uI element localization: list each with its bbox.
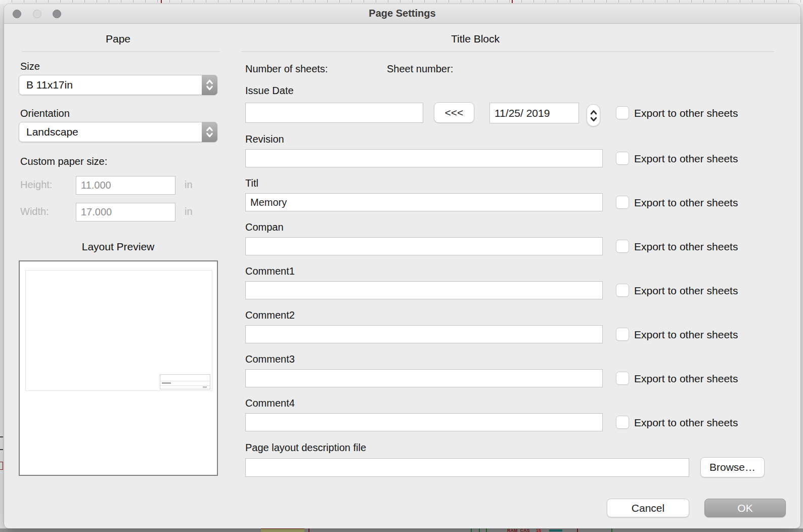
- comment2-label: Comment2: [245, 309, 295, 321]
- export-label: Export to other sheets: [634, 107, 738, 119]
- export-label: Export to other sheets: [634, 329, 738, 341]
- window-title: Page Settings: [4, 8, 800, 19]
- export-label: Export to other sheets: [634, 197, 738, 209]
- background-left-strip: [0, 4, 4, 528]
- export-checkbox[interactable]: [616, 284, 629, 297]
- page-layout-file-label: Page layout description file: [245, 442, 366, 454]
- export-label: Export to other sheets: [634, 373, 738, 385]
- field-row: Compan Export to other sheets: [241, 221, 792, 262]
- pin-number: 15: [536, 528, 541, 532]
- height-input: [76, 176, 175, 195]
- height-unit-label: in: [185, 179, 193, 191]
- paper-section-heading: Pape: [19, 33, 217, 45]
- export-checkbox[interactable]: [616, 152, 629, 165]
- preview-sheet: [25, 270, 212, 391]
- export-checkbox[interactable]: [616, 106, 629, 119]
- schematic-pin: [577, 528, 578, 532]
- cancel-button[interactable]: Cancel: [607, 499, 689, 517]
- schematic-pin: [308, 528, 309, 532]
- page-settings-dialog: Page Settings Pape Size B 11x17in Orient…: [4, 4, 800, 528]
- comment4-input[interactable]: [245, 413, 603, 431]
- ok-button[interactable]: OK: [704, 499, 786, 517]
- copy-date-button[interactable]: <<<: [434, 102, 474, 123]
- export-checkbox[interactable]: [616, 328, 629, 341]
- ruler-mark: [512, 0, 513, 3]
- background-ruler: [0, 0, 803, 4]
- page-layout-file-input[interactable]: [245, 458, 689, 477]
- orientation-label: Orientation: [20, 108, 70, 119]
- orientation-select[interactable]: Landscape: [19, 122, 217, 142]
- field-row: Comment2 Export to other sheets: [241, 309, 792, 350]
- date-picker-input[interactable]: [489, 103, 579, 123]
- chevron-up-down-icon: [202, 122, 217, 142]
- issue-date-input[interactable]: [245, 103, 423, 123]
- width-input: [76, 203, 175, 221]
- revision-input[interactable]: [245, 149, 603, 167]
- background-right-strip: [800, 4, 803, 528]
- layout-preview-heading: Layout Preview: [19, 241, 217, 253]
- schematic-wire: [486, 528, 487, 532]
- chevron-up-down-icon: [202, 75, 217, 95]
- schematic-wire: [0, 436, 3, 437]
- schematic-wire: [0, 449, 3, 450]
- number-of-sheets-label: Number of sheets:: [245, 63, 328, 75]
- export-label: Export to other sheets: [634, 417, 738, 429]
- paper-size-value: B 11x17in: [26, 79, 73, 91]
- comment3-label: Comment3: [245, 353, 295, 365]
- comment3-input[interactable]: [245, 369, 603, 387]
- paper-size-select[interactable]: B 11x17in: [19, 75, 217, 95]
- screen: RAM_CAS 15 Page Settings Pape Size B 11x…: [0, 0, 803, 532]
- title-block-divider: [241, 51, 774, 52]
- sheet-number-label: Sheet number:: [387, 63, 453, 75]
- export-checkbox[interactable]: [616, 240, 629, 253]
- field-row: Comment4 Export to other sheets: [241, 397, 792, 438]
- company-label: Compan: [245, 221, 284, 233]
- schematic-bus: [549, 529, 562, 531]
- width-unit-label: in: [185, 206, 193, 217]
- export-checkbox[interactable]: [616, 416, 629, 429]
- schematic-wire: [611, 528, 612, 532]
- width-label: Width:: [20, 206, 49, 217]
- export-label: Export to other sheets: [634, 153, 738, 165]
- export-checkbox[interactable]: [616, 372, 629, 385]
- revision-label: Revision: [245, 134, 284, 145]
- title-input[interactable]: [245, 193, 603, 211]
- schematic-block: [261, 528, 304, 532]
- layout-preview: [19, 260, 218, 476]
- field-row: Revision Export to other sheets: [241, 134, 792, 174]
- comment1-input[interactable]: [245, 281, 603, 299]
- field-row: Titl Export to other sheets: [241, 178, 792, 218]
- ruler-mark: [161, 0, 162, 3]
- schematic-symbol: [0, 462, 3, 470]
- schematic-wire: [479, 528, 480, 532]
- preview-title-block: [160, 374, 210, 389]
- paper-divider: [22, 51, 220, 52]
- background-schematic-strip: [0, 528, 803, 532]
- orientation-value: Landscape: [26, 126, 78, 138]
- title-block-section-heading: Title Block: [202, 33, 748, 45]
- net-label: RAM_CAS: [507, 528, 530, 532]
- size-label: Size: [20, 61, 40, 72]
- comment4-label: Comment4: [245, 397, 295, 409]
- field-row: Comment3 Export to other sheets: [241, 353, 792, 394]
- schematic-wire: [471, 528, 472, 532]
- title-label: Titl: [245, 178, 258, 189]
- issue-date-label: Issue Date: [245, 85, 294, 97]
- date-stepper[interactable]: [587, 104, 600, 126]
- field-row: Comment1 Export to other sheets: [241, 265, 792, 306]
- export-label: Export to other sheets: [634, 241, 738, 253]
- company-input[interactable]: [245, 237, 603, 255]
- export-label: Export to other sheets: [634, 285, 738, 297]
- browse-button[interactable]: Browse…: [700, 457, 765, 477]
- comment2-input[interactable]: [245, 325, 603, 343]
- chevron-up-down-icon: [590, 109, 598, 122]
- export-checkbox[interactable]: [616, 196, 629, 209]
- comment1-label: Comment1: [245, 265, 295, 277]
- custom-paper-size-label: Custom paper size:: [20, 156, 107, 167]
- title-bar[interactable]: Page Settings: [4, 4, 800, 24]
- height-label: Height:: [20, 179, 52, 191]
